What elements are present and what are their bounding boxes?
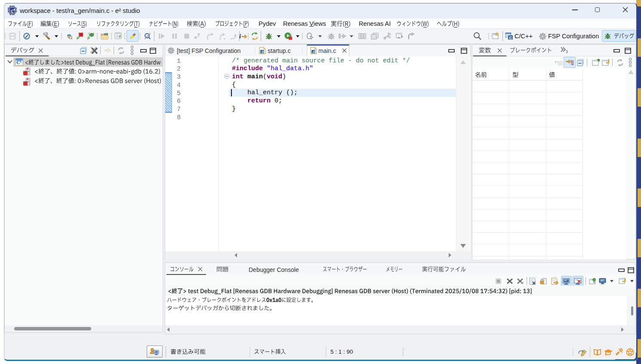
svg-text:P: P [77, 36, 79, 40]
svg-text:x: x [20, 59, 22, 63]
svg-text:.c: .c [261, 49, 264, 54]
svg-text:P: P [87, 36, 90, 40]
svg-text:.c: .c [312, 49, 315, 54]
svg-text:C: C [509, 35, 512, 40]
svg-text:3: 3 [566, 49, 568, 53]
svg-text:i: i [239, 33, 241, 40]
